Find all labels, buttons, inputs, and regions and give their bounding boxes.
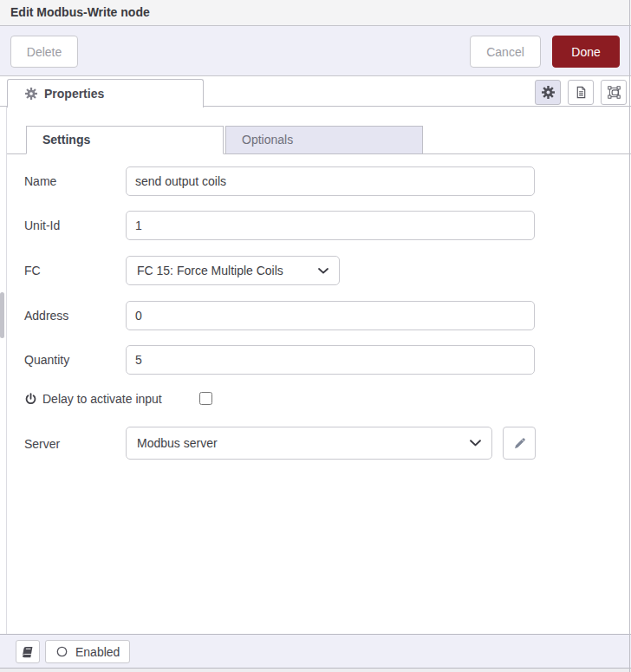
fc-selected-value: FC 15: Force Multiple Coils — [137, 264, 318, 277]
settings-tabbar: Settings Optionals — [26, 126, 423, 154]
fc-select[interactable]: FC 15: Force Multiple Coils — [126, 256, 340, 285]
editor-tray-tabbar: Properties — [0, 76, 631, 107]
gear-icon — [542, 86, 555, 99]
tab-settings[interactable]: Settings — [26, 126, 224, 154]
dialog-footer: Enabled — [0, 634, 631, 669]
done-button[interactable]: Done — [552, 36, 620, 68]
edit-server-button[interactable] — [503, 427, 536, 460]
dialog-toolbar: Delete Cancel Done — [0, 26, 631, 76]
properties-gear-button[interactable] — [535, 80, 561, 105]
document-icon — [575, 86, 588, 99]
appearance-icon — [608, 86, 621, 99]
edit-node-dialog: Edit Modbus-Write node Delete Cancel Don… — [0, 0, 631, 672]
enabled-toggle-button[interactable]: Enabled — [45, 640, 130, 663]
bottom-strip — [0, 669, 631, 672]
dialog-header: Edit Modbus-Write node — [0, 0, 631, 26]
editor-content: Settings Optionals Name Unit-Id FC FC 15… — [0, 107, 631, 634]
delay-checkbox[interactable] — [199, 392, 212, 405]
chevron-down-icon — [470, 440, 481, 447]
cancel-button[interactable]: Cancel — [470, 36, 541, 68]
vertical-scrollbar[interactable] — [0, 292, 4, 338]
pencil-icon — [513, 437, 526, 450]
fc-label: FC — [24, 264, 41, 277]
quantity-label: Quantity — [24, 353, 69, 367]
tab-properties[interactable]: Properties — [7, 79, 204, 108]
enabled-label: Enabled — [75, 645, 120, 659]
server-selected-value: Modbus server — [137, 436, 470, 450]
chevron-down-icon — [318, 268, 329, 274]
book-icon — [21, 646, 35, 658]
delete-button[interactable]: Delete — [10, 36, 78, 68]
docs-button[interactable] — [16, 640, 40, 663]
server-select[interactable]: Modbus server — [126, 427, 492, 460]
delay-row: Delay to activate input — [24, 392, 162, 406]
power-icon — [24, 393, 37, 406]
tab-optionals[interactable]: Optionals — [225, 126, 423, 153]
tab-settings-label: Settings — [42, 133, 90, 147]
name-input[interactable] — [126, 166, 535, 196]
address-label: Address — [24, 309, 68, 323]
unit-id-input[interactable] — [126, 211, 535, 240]
description-doc-button[interactable] — [568, 80, 594, 105]
dialog-title: Edit Modbus-Write node — [10, 5, 150, 19]
content-left-border — [6, 107, 7, 634]
appearance-button[interactable] — [601, 80, 627, 105]
gear-icon — [25, 88, 37, 100]
tab-optionals-label: Optionals — [242, 133, 293, 147]
unit-id-label: Unit-Id — [24, 219, 60, 232]
dialog-right-border — [629, 0, 630, 672]
delay-label: Delay to activate input — [42, 392, 162, 406]
server-label: Server — [24, 437, 60, 451]
tray-icon-buttons — [535, 80, 627, 105]
tab-properties-label: Properties — [44, 87, 104, 101]
circle-icon — [56, 646, 68, 657]
address-input[interactable] — [126, 301, 535, 330]
name-label: Name — [24, 174, 56, 188]
quantity-input[interactable] — [126, 345, 535, 375]
